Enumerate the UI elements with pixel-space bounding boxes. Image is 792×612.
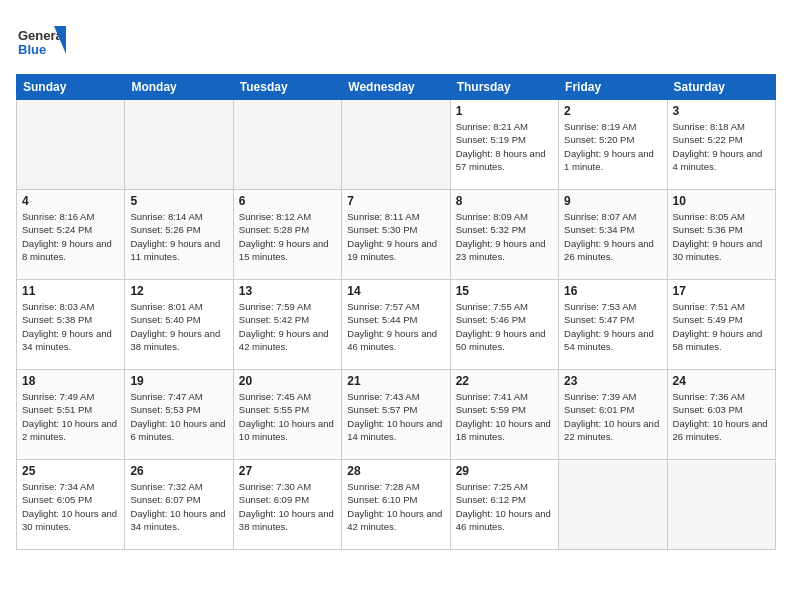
calendar-cell: 4Sunrise: 8:16 AM Sunset: 5:24 PM Daylig… xyxy=(17,190,125,280)
day-info: Sunrise: 7:43 AM Sunset: 5:57 PM Dayligh… xyxy=(347,390,444,443)
day-info: Sunrise: 7:51 AM Sunset: 5:49 PM Dayligh… xyxy=(673,300,770,353)
day-number: 16 xyxy=(564,284,661,298)
day-info: Sunrise: 8:05 AM Sunset: 5:36 PM Dayligh… xyxy=(673,210,770,263)
day-number: 6 xyxy=(239,194,336,208)
day-number: 12 xyxy=(130,284,227,298)
weekday-header-saturday: Saturday xyxy=(667,75,775,100)
day-number: 13 xyxy=(239,284,336,298)
day-number: 4 xyxy=(22,194,119,208)
day-number: 5 xyxy=(130,194,227,208)
day-info: Sunrise: 7:25 AM Sunset: 6:12 PM Dayligh… xyxy=(456,480,553,533)
calendar-cell: 2Sunrise: 8:19 AM Sunset: 5:20 PM Daylig… xyxy=(559,100,667,190)
day-info: Sunrise: 7:41 AM Sunset: 5:59 PM Dayligh… xyxy=(456,390,553,443)
calendar-cell: 23Sunrise: 7:39 AM Sunset: 6:01 PM Dayli… xyxy=(559,370,667,460)
calendar-cell: 6Sunrise: 8:12 AM Sunset: 5:28 PM Daylig… xyxy=(233,190,341,280)
logo: General Blue xyxy=(16,16,66,66)
weekday-header-wednesday: Wednesday xyxy=(342,75,450,100)
day-info: Sunrise: 8:12 AM Sunset: 5:28 PM Dayligh… xyxy=(239,210,336,263)
day-number: 21 xyxy=(347,374,444,388)
day-info: Sunrise: 8:14 AM Sunset: 5:26 PM Dayligh… xyxy=(130,210,227,263)
calendar-cell: 15Sunrise: 7:55 AM Sunset: 5:46 PM Dayli… xyxy=(450,280,558,370)
day-number: 29 xyxy=(456,464,553,478)
header: General Blue xyxy=(16,16,776,66)
day-number: 23 xyxy=(564,374,661,388)
logo-icon: General Blue xyxy=(16,16,66,66)
day-number: 8 xyxy=(456,194,553,208)
calendar-cell: 10Sunrise: 8:05 AM Sunset: 5:36 PM Dayli… xyxy=(667,190,775,280)
calendar-cell: 16Sunrise: 7:53 AM Sunset: 5:47 PM Dayli… xyxy=(559,280,667,370)
calendar-cell: 24Sunrise: 7:36 AM Sunset: 6:03 PM Dayli… xyxy=(667,370,775,460)
day-number: 2 xyxy=(564,104,661,118)
calendar-cell: 1Sunrise: 8:21 AM Sunset: 5:19 PM Daylig… xyxy=(450,100,558,190)
calendar-cell: 29Sunrise: 7:25 AM Sunset: 6:12 PM Dayli… xyxy=(450,460,558,550)
calendar-cell: 25Sunrise: 7:34 AM Sunset: 6:05 PM Dayli… xyxy=(17,460,125,550)
weekday-header-tuesday: Tuesday xyxy=(233,75,341,100)
calendar-cell: 28Sunrise: 7:28 AM Sunset: 6:10 PM Dayli… xyxy=(342,460,450,550)
day-info: Sunrise: 7:55 AM Sunset: 5:46 PM Dayligh… xyxy=(456,300,553,353)
calendar-cell: 11Sunrise: 8:03 AM Sunset: 5:38 PM Dayli… xyxy=(17,280,125,370)
weekday-header-monday: Monday xyxy=(125,75,233,100)
day-info: Sunrise: 7:36 AM Sunset: 6:03 PM Dayligh… xyxy=(673,390,770,443)
day-number: 22 xyxy=(456,374,553,388)
weekday-header-friday: Friday xyxy=(559,75,667,100)
calendar-cell xyxy=(342,100,450,190)
day-number: 1 xyxy=(456,104,553,118)
week-row-4: 18Sunrise: 7:49 AM Sunset: 5:51 PM Dayli… xyxy=(17,370,776,460)
day-info: Sunrise: 7:39 AM Sunset: 6:01 PM Dayligh… xyxy=(564,390,661,443)
day-info: Sunrise: 7:30 AM Sunset: 6:09 PM Dayligh… xyxy=(239,480,336,533)
day-number: 7 xyxy=(347,194,444,208)
day-number: 14 xyxy=(347,284,444,298)
calendar-cell: 7Sunrise: 8:11 AM Sunset: 5:30 PM Daylig… xyxy=(342,190,450,280)
calendar-table: SundayMondayTuesdayWednesdayThursdayFrid… xyxy=(16,74,776,550)
calendar-cell xyxy=(667,460,775,550)
weekday-header-row: SundayMondayTuesdayWednesdayThursdayFrid… xyxy=(17,75,776,100)
day-info: Sunrise: 7:53 AM Sunset: 5:47 PM Dayligh… xyxy=(564,300,661,353)
day-info: Sunrise: 8:11 AM Sunset: 5:30 PM Dayligh… xyxy=(347,210,444,263)
svg-text:Blue: Blue xyxy=(18,42,46,57)
day-info: Sunrise: 7:49 AM Sunset: 5:51 PM Dayligh… xyxy=(22,390,119,443)
weekday-header-sunday: Sunday xyxy=(17,75,125,100)
weekday-header-thursday: Thursday xyxy=(450,75,558,100)
day-number: 10 xyxy=(673,194,770,208)
calendar-cell: 22Sunrise: 7:41 AM Sunset: 5:59 PM Dayli… xyxy=(450,370,558,460)
day-number: 26 xyxy=(130,464,227,478)
calendar-cell: 17Sunrise: 7:51 AM Sunset: 5:49 PM Dayli… xyxy=(667,280,775,370)
day-number: 20 xyxy=(239,374,336,388)
calendar-cell: 13Sunrise: 7:59 AM Sunset: 5:42 PM Dayli… xyxy=(233,280,341,370)
day-number: 27 xyxy=(239,464,336,478)
day-number: 19 xyxy=(130,374,227,388)
calendar-cell: 26Sunrise: 7:32 AM Sunset: 6:07 PM Dayli… xyxy=(125,460,233,550)
day-info: Sunrise: 8:07 AM Sunset: 5:34 PM Dayligh… xyxy=(564,210,661,263)
day-info: Sunrise: 7:45 AM Sunset: 5:55 PM Dayligh… xyxy=(239,390,336,443)
day-info: Sunrise: 8:19 AM Sunset: 5:20 PM Dayligh… xyxy=(564,120,661,173)
calendar-cell: 3Sunrise: 8:18 AM Sunset: 5:22 PM Daylig… xyxy=(667,100,775,190)
day-info: Sunrise: 8:21 AM Sunset: 5:19 PM Dayligh… xyxy=(456,120,553,173)
day-number: 28 xyxy=(347,464,444,478)
calendar-cell: 8Sunrise: 8:09 AM Sunset: 5:32 PM Daylig… xyxy=(450,190,558,280)
calendar-cell: 12Sunrise: 8:01 AM Sunset: 5:40 PM Dayli… xyxy=(125,280,233,370)
calendar-cell: 5Sunrise: 8:14 AM Sunset: 5:26 PM Daylig… xyxy=(125,190,233,280)
day-number: 15 xyxy=(456,284,553,298)
day-info: Sunrise: 8:09 AM Sunset: 5:32 PM Dayligh… xyxy=(456,210,553,263)
day-info: Sunrise: 7:47 AM Sunset: 5:53 PM Dayligh… xyxy=(130,390,227,443)
day-number: 9 xyxy=(564,194,661,208)
calendar-cell: 9Sunrise: 8:07 AM Sunset: 5:34 PM Daylig… xyxy=(559,190,667,280)
day-number: 18 xyxy=(22,374,119,388)
day-info: Sunrise: 7:34 AM Sunset: 6:05 PM Dayligh… xyxy=(22,480,119,533)
day-info: Sunrise: 8:01 AM Sunset: 5:40 PM Dayligh… xyxy=(130,300,227,353)
day-number: 3 xyxy=(673,104,770,118)
calendar-cell: 19Sunrise: 7:47 AM Sunset: 5:53 PM Dayli… xyxy=(125,370,233,460)
day-number: 25 xyxy=(22,464,119,478)
calendar-cell xyxy=(233,100,341,190)
day-info: Sunrise: 8:18 AM Sunset: 5:22 PM Dayligh… xyxy=(673,120,770,173)
week-row-1: 1Sunrise: 8:21 AM Sunset: 5:19 PM Daylig… xyxy=(17,100,776,190)
calendar-cell: 14Sunrise: 7:57 AM Sunset: 5:44 PM Dayli… xyxy=(342,280,450,370)
day-info: Sunrise: 8:16 AM Sunset: 5:24 PM Dayligh… xyxy=(22,210,119,263)
calendar-cell xyxy=(17,100,125,190)
week-row-2: 4Sunrise: 8:16 AM Sunset: 5:24 PM Daylig… xyxy=(17,190,776,280)
calendar-cell xyxy=(559,460,667,550)
day-number: 24 xyxy=(673,374,770,388)
day-info: Sunrise: 8:03 AM Sunset: 5:38 PM Dayligh… xyxy=(22,300,119,353)
day-info: Sunrise: 7:28 AM Sunset: 6:10 PM Dayligh… xyxy=(347,480,444,533)
day-info: Sunrise: 7:57 AM Sunset: 5:44 PM Dayligh… xyxy=(347,300,444,353)
